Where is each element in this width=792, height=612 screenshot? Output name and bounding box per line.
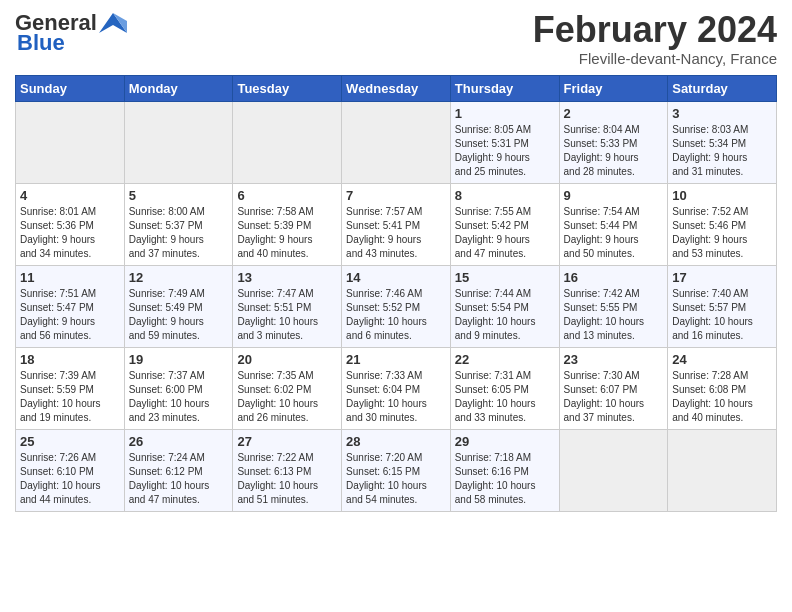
day-number: 8 <box>455 188 555 203</box>
cell-content: Sunrise: 8:03 AM Sunset: 5:34 PM Dayligh… <box>672 123 772 179</box>
calendar-cell: 3Sunrise: 8:03 AM Sunset: 5:34 PM Daylig… <box>668 101 777 183</box>
cell-content: Sunrise: 7:20 AM Sunset: 6:15 PM Dayligh… <box>346 451 446 507</box>
day-number: 3 <box>672 106 772 121</box>
day-number: 13 <box>237 270 337 285</box>
day-number: 10 <box>672 188 772 203</box>
day-number: 16 <box>564 270 664 285</box>
cell-content: Sunrise: 7:58 AM Sunset: 5:39 PM Dayligh… <box>237 205 337 261</box>
day-number: 11 <box>20 270 120 285</box>
cell-content: Sunrise: 8:00 AM Sunset: 5:37 PM Dayligh… <box>129 205 229 261</box>
day-number: 14 <box>346 270 446 285</box>
cell-content: Sunrise: 7:28 AM Sunset: 6:08 PM Dayligh… <box>672 369 772 425</box>
calendar-cell: 28Sunrise: 7:20 AM Sunset: 6:15 PM Dayli… <box>342 429 451 511</box>
calendar-week-row: 25Sunrise: 7:26 AM Sunset: 6:10 PM Dayli… <box>16 429 777 511</box>
calendar-cell: 27Sunrise: 7:22 AM Sunset: 6:13 PM Dayli… <box>233 429 342 511</box>
month-title: February 2024 <box>533 10 777 50</box>
calendar-cell: 14Sunrise: 7:46 AM Sunset: 5:52 PM Dayli… <box>342 265 451 347</box>
title-block: February 2024 Fleville-devant-Nancy, Fra… <box>533 10 777 67</box>
logo: General Blue <box>15 10 127 56</box>
cell-content: Sunrise: 7:44 AM Sunset: 5:54 PM Dayligh… <box>455 287 555 343</box>
calendar-cell <box>16 101 125 183</box>
calendar-cell <box>342 101 451 183</box>
calendar-cell <box>124 101 233 183</box>
calendar-cell: 29Sunrise: 7:18 AM Sunset: 6:16 PM Dayli… <box>450 429 559 511</box>
cell-content: Sunrise: 7:30 AM Sunset: 6:07 PM Dayligh… <box>564 369 664 425</box>
cell-content: Sunrise: 7:39 AM Sunset: 5:59 PM Dayligh… <box>20 369 120 425</box>
day-number: 20 <box>237 352 337 367</box>
page-header: General Blue February 2024 Fleville-deva… <box>15 10 777 67</box>
day-number: 23 <box>564 352 664 367</box>
calendar-cell: 19Sunrise: 7:37 AM Sunset: 6:00 PM Dayli… <box>124 347 233 429</box>
calendar-table: SundayMondayTuesdayWednesdayThursdayFrid… <box>15 75 777 512</box>
calendar-cell: 12Sunrise: 7:49 AM Sunset: 5:49 PM Dayli… <box>124 265 233 347</box>
cell-content: Sunrise: 7:47 AM Sunset: 5:51 PM Dayligh… <box>237 287 337 343</box>
cell-content: Sunrise: 7:46 AM Sunset: 5:52 PM Dayligh… <box>346 287 446 343</box>
cell-content: Sunrise: 7:42 AM Sunset: 5:55 PM Dayligh… <box>564 287 664 343</box>
day-number: 2 <box>564 106 664 121</box>
day-number: 18 <box>20 352 120 367</box>
day-number: 7 <box>346 188 446 203</box>
day-number: 29 <box>455 434 555 449</box>
calendar-cell: 2Sunrise: 8:04 AM Sunset: 5:33 PM Daylig… <box>559 101 668 183</box>
calendar-cell: 15Sunrise: 7:44 AM Sunset: 5:54 PM Dayli… <box>450 265 559 347</box>
day-number: 22 <box>455 352 555 367</box>
cell-content: Sunrise: 7:52 AM Sunset: 5:46 PM Dayligh… <box>672 205 772 261</box>
cell-content: Sunrise: 7:57 AM Sunset: 5:41 PM Dayligh… <box>346 205 446 261</box>
day-number: 21 <box>346 352 446 367</box>
calendar-cell: 10Sunrise: 7:52 AM Sunset: 5:46 PM Dayli… <box>668 183 777 265</box>
day-number: 9 <box>564 188 664 203</box>
cell-content: Sunrise: 7:55 AM Sunset: 5:42 PM Dayligh… <box>455 205 555 261</box>
day-header-tuesday: Tuesday <box>233 75 342 101</box>
day-number: 4 <box>20 188 120 203</box>
day-number: 12 <box>129 270 229 285</box>
cell-content: Sunrise: 7:35 AM Sunset: 6:02 PM Dayligh… <box>237 369 337 425</box>
calendar-cell: 7Sunrise: 7:57 AM Sunset: 5:41 PM Daylig… <box>342 183 451 265</box>
day-number: 25 <box>20 434 120 449</box>
day-header-saturday: Saturday <box>668 75 777 101</box>
cell-content: Sunrise: 7:26 AM Sunset: 6:10 PM Dayligh… <box>20 451 120 507</box>
day-number: 19 <box>129 352 229 367</box>
calendar-cell <box>233 101 342 183</box>
cell-content: Sunrise: 7:51 AM Sunset: 5:47 PM Dayligh… <box>20 287 120 343</box>
calendar-cell: 16Sunrise: 7:42 AM Sunset: 5:55 PM Dayli… <box>559 265 668 347</box>
cell-content: Sunrise: 7:31 AM Sunset: 6:05 PM Dayligh… <box>455 369 555 425</box>
calendar-cell: 20Sunrise: 7:35 AM Sunset: 6:02 PM Dayli… <box>233 347 342 429</box>
calendar-cell: 9Sunrise: 7:54 AM Sunset: 5:44 PM Daylig… <box>559 183 668 265</box>
day-header-friday: Friday <box>559 75 668 101</box>
location: Fleville-devant-Nancy, France <box>533 50 777 67</box>
calendar-cell: 24Sunrise: 7:28 AM Sunset: 6:08 PM Dayli… <box>668 347 777 429</box>
day-number: 1 <box>455 106 555 121</box>
day-header-monday: Monday <box>124 75 233 101</box>
calendar-header-row: SundayMondayTuesdayWednesdayThursdayFrid… <box>16 75 777 101</box>
day-number: 28 <box>346 434 446 449</box>
cell-content: Sunrise: 8:05 AM Sunset: 5:31 PM Dayligh… <box>455 123 555 179</box>
day-number: 6 <box>237 188 337 203</box>
logo-blue: Blue <box>15 30 65 56</box>
day-header-wednesday: Wednesday <box>342 75 451 101</box>
calendar-week-row: 4Sunrise: 8:01 AM Sunset: 5:36 PM Daylig… <box>16 183 777 265</box>
cell-content: Sunrise: 7:54 AM Sunset: 5:44 PM Dayligh… <box>564 205 664 261</box>
calendar-cell: 6Sunrise: 7:58 AM Sunset: 5:39 PM Daylig… <box>233 183 342 265</box>
day-number: 26 <box>129 434 229 449</box>
calendar-cell: 13Sunrise: 7:47 AM Sunset: 5:51 PM Dayli… <box>233 265 342 347</box>
calendar-cell: 22Sunrise: 7:31 AM Sunset: 6:05 PM Dayli… <box>450 347 559 429</box>
calendar-cell: 5Sunrise: 8:00 AM Sunset: 5:37 PM Daylig… <box>124 183 233 265</box>
cell-content: Sunrise: 8:04 AM Sunset: 5:33 PM Dayligh… <box>564 123 664 179</box>
day-header-sunday: Sunday <box>16 75 125 101</box>
calendar-cell: 1Sunrise: 8:05 AM Sunset: 5:31 PM Daylig… <box>450 101 559 183</box>
cell-content: Sunrise: 7:40 AM Sunset: 5:57 PM Dayligh… <box>672 287 772 343</box>
day-number: 27 <box>237 434 337 449</box>
calendar-cell <box>559 429 668 511</box>
cell-content: Sunrise: 7:49 AM Sunset: 5:49 PM Dayligh… <box>129 287 229 343</box>
day-number: 15 <box>455 270 555 285</box>
calendar-cell: 26Sunrise: 7:24 AM Sunset: 6:12 PM Dayli… <box>124 429 233 511</box>
logo-bird-icon <box>99 13 127 33</box>
calendar-cell: 25Sunrise: 7:26 AM Sunset: 6:10 PM Dayli… <box>16 429 125 511</box>
calendar-week-row: 1Sunrise: 8:05 AM Sunset: 5:31 PM Daylig… <box>16 101 777 183</box>
day-header-thursday: Thursday <box>450 75 559 101</box>
calendar-cell: 18Sunrise: 7:39 AM Sunset: 5:59 PM Dayli… <box>16 347 125 429</box>
calendar-cell: 23Sunrise: 7:30 AM Sunset: 6:07 PM Dayli… <box>559 347 668 429</box>
cell-content: Sunrise: 7:33 AM Sunset: 6:04 PM Dayligh… <box>346 369 446 425</box>
calendar-cell: 4Sunrise: 8:01 AM Sunset: 5:36 PM Daylig… <box>16 183 125 265</box>
calendar-cell <box>668 429 777 511</box>
